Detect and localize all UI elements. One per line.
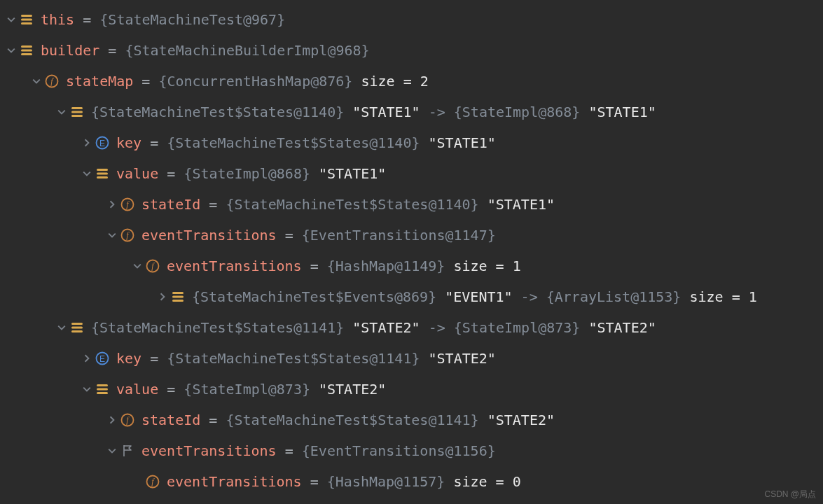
equals: = bbox=[277, 227, 302, 244]
tree-row[interactable]: fstateMap = {ConcurrentHashMap@876} size… bbox=[0, 66, 823, 97]
type-ref-2: {StateImpl@873} bbox=[454, 319, 589, 336]
svg-rect-3 bbox=[21, 46, 32, 48]
row-text: {StateMachineTest$States@1140} "STATE1" … bbox=[91, 101, 656, 123]
var-name: stateMap bbox=[66, 73, 133, 90]
tree-row[interactable]: this = {StateMachineTest@967} bbox=[0, 4, 823, 35]
svg-rect-9 bbox=[71, 111, 83, 113]
var-name: key bbox=[116, 350, 141, 367]
equals: = bbox=[200, 412, 226, 428]
field-icon: f bbox=[43, 74, 60, 88]
tree-row[interactable]: {StateMachineTest$States@1140} "STATE1" … bbox=[0, 97, 823, 127]
extra-info: size = 1 bbox=[453, 258, 520, 274]
field-icon: f bbox=[119, 228, 136, 242]
value-literal: "STATE1" bbox=[319, 165, 386, 182]
tree-row[interactable]: Ekey = {StateMachineTest$States@1141} "S… bbox=[0, 343, 823, 374]
equals: = bbox=[141, 134, 167, 151]
type-ref: {StateMachineTest$States@1141} bbox=[91, 319, 352, 336]
svg-text:f: f bbox=[126, 415, 130, 425]
value-literal-2: "STATE2" bbox=[588, 319, 656, 336]
svg-rect-0 bbox=[21, 15, 32, 17]
row-text: {StateMachineTest$Events@869} "EVENT1" -… bbox=[192, 286, 757, 308]
chevron-down-icon[interactable] bbox=[105, 447, 119, 455]
tree-row[interactable]: feventTransitions = {HashMap@1149} size … bbox=[0, 251, 823, 281]
value-literal: "STATE1" bbox=[429, 134, 496, 151]
tree-row[interactable]: eventTransitions = {EventTransitions@115… bbox=[0, 435, 823, 466]
chevron-down-icon[interactable] bbox=[29, 77, 43, 85]
chevron-down-icon[interactable] bbox=[80, 169, 94, 178]
tree-row[interactable]: fstateId = {StateMachineTest$States@1140… bbox=[0, 189, 823, 220]
row-text: key = {StateMachineTest$States@1141} "ST… bbox=[116, 347, 496, 370]
type-ref: {EventTransitions@1147} bbox=[302, 227, 496, 244]
field-icon: f bbox=[144, 475, 161, 489]
svg-rect-4 bbox=[21, 50, 32, 52]
chevron-right-icon[interactable] bbox=[80, 354, 94, 363]
svg-rect-5 bbox=[21, 53, 32, 55]
equals: = bbox=[74, 11, 99, 28]
chevron-down-icon[interactable] bbox=[55, 108, 69, 116]
var-name: eventTransitions bbox=[167, 258, 302, 274]
row-text: value = {StateImpl@873} "STATE2" bbox=[116, 378, 386, 400]
enum-icon: E bbox=[94, 351, 111, 365]
svg-rect-13 bbox=[97, 169, 108, 171]
row-text: eventTransitions = {EventTransitions@114… bbox=[141, 224, 496, 246]
chevron-down-icon[interactable] bbox=[130, 262, 144, 270]
value-literal: "STATE1" bbox=[352, 104, 420, 120]
tree-row[interactable]: builder = {StateMachineBuilderImpl@968} bbox=[0, 35, 823, 66]
arrow: -> bbox=[513, 288, 546, 305]
svg-rect-2 bbox=[21, 22, 32, 24]
tree-row[interactable]: fstateMachine = {StateMachineImpl@1129} bbox=[0, 497, 823, 504]
equals: = bbox=[302, 473, 327, 490]
row-text: stateId = {StateMachineTest$States@1141}… bbox=[141, 409, 555, 431]
equals: = bbox=[158, 381, 184, 398]
row-text: builder = {StateMachineBuilderImpl@968} bbox=[41, 39, 370, 62]
object-icon bbox=[94, 167, 111, 181]
tree-row[interactable]: {StateMachineTest$Events@869} "EVENT1" -… bbox=[0, 281, 823, 312]
chevron-right-icon[interactable] bbox=[105, 200, 119, 209]
tree-row[interactable]: Ekey = {StateMachineTest$States@1140} "S… bbox=[0, 127, 823, 158]
extra-info: size = 1 bbox=[689, 288, 756, 305]
row-text: stateId = {StateMachineTest$States@1140}… bbox=[141, 193, 555, 216]
arrow: -> bbox=[420, 104, 454, 120]
svg-text:f: f bbox=[126, 230, 130, 240]
var-name: value bbox=[116, 381, 158, 398]
svg-rect-24 bbox=[172, 300, 184, 302]
value-literal: "EVENT1" bbox=[445, 288, 512, 305]
chevron-down-icon[interactable] bbox=[105, 231, 119, 239]
row-text: stateMachine = {StateMachineImpl@1129} bbox=[66, 501, 387, 504]
equals: = bbox=[133, 73, 158, 90]
field-icon: f bbox=[119, 197, 136, 211]
equals: = bbox=[99, 42, 125, 59]
var-name: value bbox=[116, 165, 158, 182]
extra-info: size = 0 bbox=[453, 473, 520, 490]
type-ref: {StateMachineTest$Events@869} bbox=[192, 288, 445, 305]
row-text: key = {StateMachineTest$States@1140} "ST… bbox=[116, 132, 496, 154]
svg-text:f: f bbox=[151, 261, 155, 271]
svg-rect-26 bbox=[71, 327, 83, 329]
tree-row[interactable]: value = {StateImpl@868} "STATE1" bbox=[0, 158, 823, 189]
watermark: CSDN @局点 bbox=[764, 488, 816, 501]
row-text: this = {StateMachineTest@967} bbox=[41, 8, 285, 31]
object-icon bbox=[69, 105, 85, 119]
object-icon bbox=[69, 321, 85, 335]
var-name: stateId bbox=[141, 412, 200, 428]
chevron-right-icon[interactable] bbox=[105, 416, 119, 424]
svg-text:f: f bbox=[126, 200, 130, 209]
chevron-down-icon[interactable] bbox=[4, 46, 18, 55]
chevron-right-icon[interactable] bbox=[80, 139, 94, 147]
row-text: eventTransitions = {HashMap@1149} size =… bbox=[167, 255, 521, 277]
object-icon bbox=[94, 382, 111, 396]
tree-row[interactable]: feventTransitions = {HashMap@1157} size … bbox=[0, 466, 823, 497]
tree-row[interactable]: fstateId = {StateMachineTest$States@1141… bbox=[0, 405, 823, 435]
chevron-down-icon[interactable] bbox=[80, 385, 94, 393]
tree-row[interactable]: feventTransitions = {EventTransitions@11… bbox=[0, 220, 823, 251]
tree-row[interactable]: value = {StateImpl@873} "STATE2" bbox=[0, 374, 823, 405]
row-text: eventTransitions = {EventTransitions@115… bbox=[141, 440, 496, 462]
tree-row[interactable]: {StateMachineTest$States@1141} "STATE2" … bbox=[0, 312, 823, 343]
chevron-right-icon[interactable] bbox=[155, 293, 170, 301]
var-name: stateId bbox=[141, 196, 200, 213]
row-text: eventTransitions = {HashMap@1157} size =… bbox=[167, 470, 521, 493]
chevron-down-icon[interactable] bbox=[4, 15, 18, 24]
equals: = bbox=[302, 258, 327, 274]
equals: = bbox=[141, 350, 167, 367]
chevron-down-icon[interactable] bbox=[55, 323, 69, 332]
